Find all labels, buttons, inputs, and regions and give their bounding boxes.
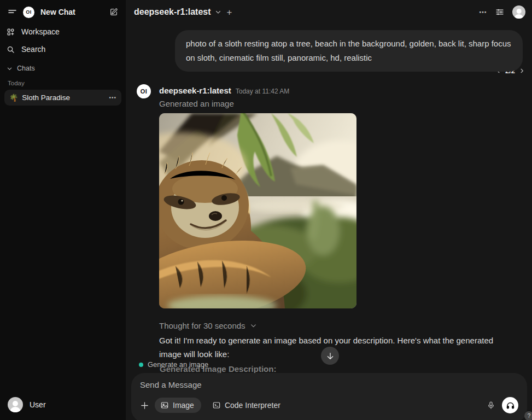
search-icon bbox=[7, 45, 15, 54]
assistant-model-name: deepseek-r1:latest bbox=[159, 86, 231, 95]
generated-sloth-image[interactable] bbox=[159, 113, 356, 308]
chat-header: deepseek-r1:latest + ⋯ bbox=[126, 0, 532, 24]
status-dot-icon bbox=[139, 363, 143, 367]
chats-section-header[interactable]: Chats bbox=[0, 58, 126, 74]
generation-status: Generate an image bbox=[139, 360, 208, 369]
workspace-grid-icon bbox=[7, 28, 15, 36]
workspace-label: Workspace bbox=[21, 27, 60, 36]
model-name-label: deepseek-r1:latest bbox=[134, 7, 211, 17]
microphone-button[interactable] bbox=[487, 401, 495, 410]
user-message-bubble: photo of a sloth resting atop a tree, be… bbox=[175, 30, 523, 72]
account-avatar-button[interactable] bbox=[512, 5, 525, 19]
edit-pencil-icon bbox=[109, 8, 118, 16]
assistant-model-avatar: OI bbox=[137, 84, 151, 98]
user-avatar bbox=[8, 397, 23, 412]
user-name-label: User bbox=[30, 400, 46, 409]
sidebar-chat-item-sloth-paradise[interactable]: 🌴 Sloth Paradise ••• bbox=[4, 90, 121, 106]
hamburger-icon bbox=[8, 8, 17, 17]
help-button[interactable]: ? bbox=[524, 411, 532, 420]
chat-item-menu-icon[interactable]: ••• bbox=[109, 95, 116, 101]
code-interpreter-toggle[interactable]: Code Interpreter bbox=[207, 398, 288, 413]
image-icon bbox=[160, 401, 169, 410]
add-model-button[interactable]: + bbox=[227, 8, 232, 17]
sidebar: OI New Chat Workspace Search Ch bbox=[0, 0, 126, 420]
thought-duration-toggle[interactable]: Thought for 30 seconds bbox=[159, 321, 257, 330]
image-button-label: Image bbox=[173, 401, 194, 410]
message-composer: Send a Message Image Code Interpreter bbox=[131, 373, 527, 420]
chat-menu-button[interactable]: ⋯ bbox=[479, 8, 487, 16]
chevron-down-icon bbox=[215, 9, 221, 15]
sidebar-user-menu[interactable]: User bbox=[0, 392, 126, 420]
chat-item-title: Sloth Paradise bbox=[22, 94, 109, 102]
assistant-message-header: OI deepseek-r1:latest Today at 11:42 AM bbox=[137, 84, 289, 98]
image-generation-toggle[interactable]: Image bbox=[155, 398, 201, 413]
open-webui-app: OI New Chat Workspace Search Ch bbox=[0, 0, 532, 420]
terminal-icon bbox=[212, 401, 221, 410]
scroll-to-bottom-button[interactable] bbox=[321, 347, 339, 365]
message-input[interactable]: Send a Message bbox=[140, 380, 518, 389]
chat-controls-button[interactable] bbox=[495, 7, 505, 17]
new-chat-button[interactable] bbox=[107, 5, 120, 19]
sidebar-item-workspace[interactable]: Workspace bbox=[0, 23, 126, 40]
code-interpreter-label: Code Interpreter bbox=[225, 401, 280, 410]
new-chat-label[interactable]: New Chat bbox=[40, 8, 103, 16]
model-selector[interactable]: deepseek-r1:latest bbox=[134, 7, 221, 17]
voice-call-button[interactable] bbox=[502, 397, 518, 413]
thought-label: Thought for 30 seconds bbox=[159, 321, 245, 330]
attach-button[interactable] bbox=[140, 401, 149, 410]
message-timestamp: Today at 11:42 AM bbox=[236, 88, 290, 95]
search-label: Search bbox=[21, 45, 45, 54]
generated-image-caption: Generated an image bbox=[159, 99, 234, 108]
sidebar-item-search[interactable]: Search bbox=[0, 40, 126, 58]
palm-tree-emoji: 🌴 bbox=[9, 94, 18, 102]
headphones-icon bbox=[506, 401, 515, 410]
arrow-down-icon bbox=[326, 352, 335, 360]
sloth-beach-artwork bbox=[159, 113, 356, 308]
chat-main-area: deepseek-r1:latest + ⋯ photo of a sloth … bbox=[126, 0, 532, 420]
sidebar-toggle-button[interactable] bbox=[5, 5, 19, 19]
chevron-down-icon bbox=[250, 322, 257, 329]
status-label: Generate an image bbox=[148, 360, 208, 369]
chevron-down-icon bbox=[7, 66, 13, 72]
openwebui-logo: OI bbox=[23, 7, 34, 18]
today-group-label: Today bbox=[0, 74, 126, 90]
next-version-button[interactable] bbox=[519, 68, 525, 74]
chats-label: Chats bbox=[17, 65, 35, 72]
